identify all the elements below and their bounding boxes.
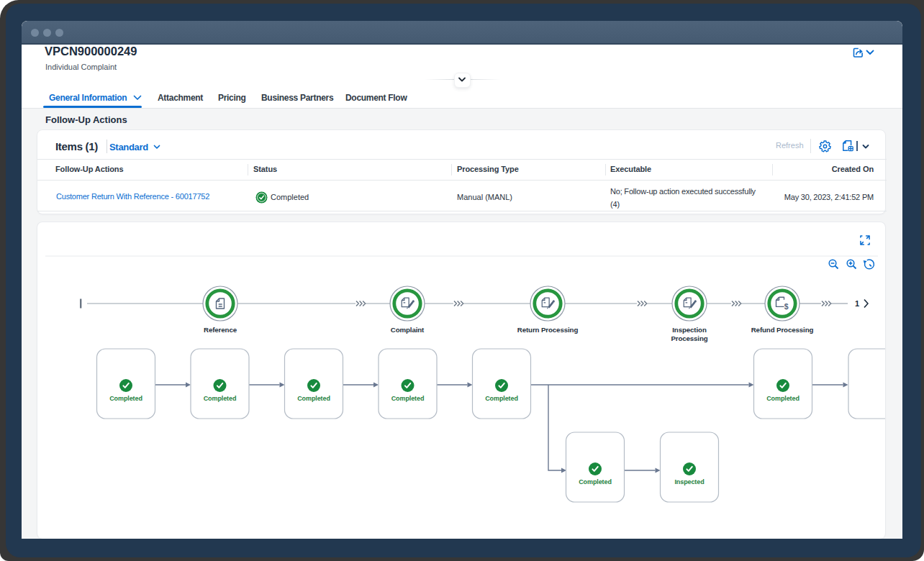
svg-text:Processing: Processing	[671, 334, 707, 342]
svg-text:$: $	[784, 302, 789, 311]
svg-text:Inspection: Inspection	[672, 326, 707, 334]
svg-text:Completed: Completed	[204, 395, 237, 402]
svg-text:Complaint: Complaint	[391, 326, 425, 334]
svg-text:Refund Processing: Refund Processing	[751, 326, 814, 334]
svg-text:Completed: Completed	[109, 395, 142, 402]
svg-text:1: 1	[855, 299, 859, 308]
svg-text:Inspected: Inspected	[674, 478, 704, 485]
svg-text:Completed: Completed	[766, 395, 800, 402]
svg-text:Completed: Completed	[297, 395, 330, 402]
svg-text:Return Processing: Return Processing	[517, 326, 579, 334]
svg-text:Completed: Completed	[485, 395, 518, 402]
svg-text:Reference: Reference	[204, 326, 237, 334]
svg-text:Completed: Completed	[579, 478, 612, 485]
svg-text:Completed: Completed	[391, 395, 425, 402]
